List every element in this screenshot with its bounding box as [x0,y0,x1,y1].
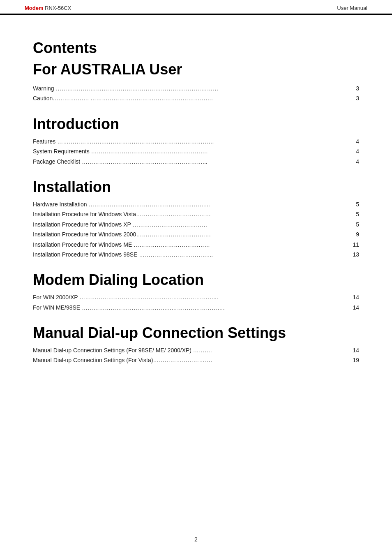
page-number: 2 [0,536,392,543]
page: Modem RNX-56CX User Manual Contents For … [0,0,392,555]
toc-label-win2000xp: For WIN 2000/XP …………………………………….………………………… [33,293,347,302]
toc-page-package: 4 [347,157,359,166]
toc-label-winme: Installation Procedure for Windows ME ……… [33,240,347,249]
toc-label-dialup-legacy: Manual Dial-up Connection Settings (For … [33,346,347,355]
toc-label-hw-install: Hardware Installation …………….………………………………… [33,200,347,209]
toc-page-dialup-vista: 19 [347,356,359,365]
toc-entry-hw-install: Hardware Installation …………….………………………………… [33,200,359,209]
toc-page-win98se: 13 [347,250,359,259]
toc-label-features: Features …………………….………………………………………………… [33,137,347,146]
main-content: Contents For AUSTRALIA User Warning …………… [0,15,392,401]
manual-dialup-title: Manual Dial-up Connection Settings [33,324,359,342]
manual-dialup-toc: Manual Dial-up Connection Settings (For … [33,346,359,365]
page-header: Modem RNX-56CX User Manual [0,0,392,15]
toc-entry-win98se: Installation Procedure for Windows 98SE … [33,250,359,259]
toc-label-win2000: Installation Procedure for Windows 2000…… [33,230,347,239]
toc-label-warning: Warning …………………….…………………………………………………… [33,84,347,93]
toc-entry-features: Features …………………….………………………………………………… 4 [33,137,359,146]
section-manual-dialup: Manual Dial-up Connection Settings Manua… [33,324,359,365]
toc-page-caution: 3 [347,94,359,103]
toc-page-winme98se: 14 [347,303,359,312]
toc-entry-warning: Warning …………………….…………………………………………………… 3 [33,84,359,93]
toc-page-features: 4 [347,137,359,146]
toc-page-dialup-legacy: 14 [347,346,359,355]
toc-entry-dialup-legacy: Manual Dial-up Connection Settings (For … [33,346,359,355]
header-left: Modem RNX-56CX [25,5,71,11]
section-introduction: Introduction Features …………………….………………………… [33,116,359,166]
introduction-toc: Features …………………….………………………………………………… 4 … [33,137,359,166]
contents-subtitle: For AUSTRALIA User [33,61,359,78]
installation-title: Installation [33,178,359,196]
modem-dialing-toc: For WIN 2000/XP …………………………………….………………………… [33,293,359,312]
toc-page-xp: 5 [347,220,359,229]
contents-toc: Warning …………………….…………………………………………………… 3 … [33,84,359,103]
installation-toc: Hardware Installation …………….………………………………… [33,200,359,259]
toc-page-winme: 11 [347,240,359,249]
section-installation: Installation Hardware Installation ……………… [33,178,359,259]
toc-label-package: Package Checklist ……………………………………………………….… [33,157,347,166]
toc-label-caution: Caution………………. ………………………………………………………. [33,94,347,103]
toc-label-sysreq: System Requirements ……………………………………………………… [33,147,347,156]
toc-label-xp: Installation Procedure for Windows XP ……… [33,220,347,229]
toc-label-dialup-vista: Manual Dial-up Connection Settings (For … [33,356,347,365]
modem-dialing-title: Modem Dialing Location [33,271,359,289]
toc-page-win2000xp: 14 [347,293,359,302]
toc-label-vista: Installation Procedure for Windows Vista… [33,210,347,219]
toc-entry-winme: Installation Procedure for Windows ME ……… [33,240,359,249]
toc-label-win98se: Installation Procedure for Windows 98SE … [33,250,347,259]
introduction-title: Introduction [33,116,359,133]
toc-entry-vista: Installation Procedure for Windows Vista… [33,210,359,219]
section-modem-dialing: Modem Dialing Location For WIN 2000/XP …… [33,271,359,312]
header-right: User Manual [337,5,367,11]
toc-entry-winme98se: For WIN ME/98SE ………………………………………..…………………… [33,303,359,312]
header-modem-label: Modem [25,5,44,11]
toc-entry-win2000xp: For WIN 2000/XP …………………………………….………………………… [33,293,359,302]
toc-entry-win2000: Installation Procedure for Windows 2000…… [33,230,359,239]
section-contents: Contents For AUSTRALIA User Warning …………… [33,39,359,103]
toc-entry-sysreq: System Requirements ……………………………………………………… [33,147,359,156]
contents-title: Contents [33,39,359,57]
toc-entry-package: Package Checklist ……………………………………………………….… [33,157,359,166]
toc-entry-caution: Caution………………. ………………………………………………………. 3 [33,94,359,103]
toc-page-vista: 5 [347,210,359,219]
toc-entry-xp: Installation Procedure for Windows XP ……… [33,220,359,229]
toc-page-warning: 3 [347,84,359,93]
toc-entry-dialup-vista: Manual Dial-up Connection Settings (For … [33,356,359,365]
toc-page-sysreq: 4 [347,147,359,156]
toc-page-hw-install: 5 [347,200,359,209]
toc-page-win2000: 9 [347,230,359,239]
toc-label-winme98se: For WIN ME/98SE ………………………………………..…………………… [33,303,347,312]
